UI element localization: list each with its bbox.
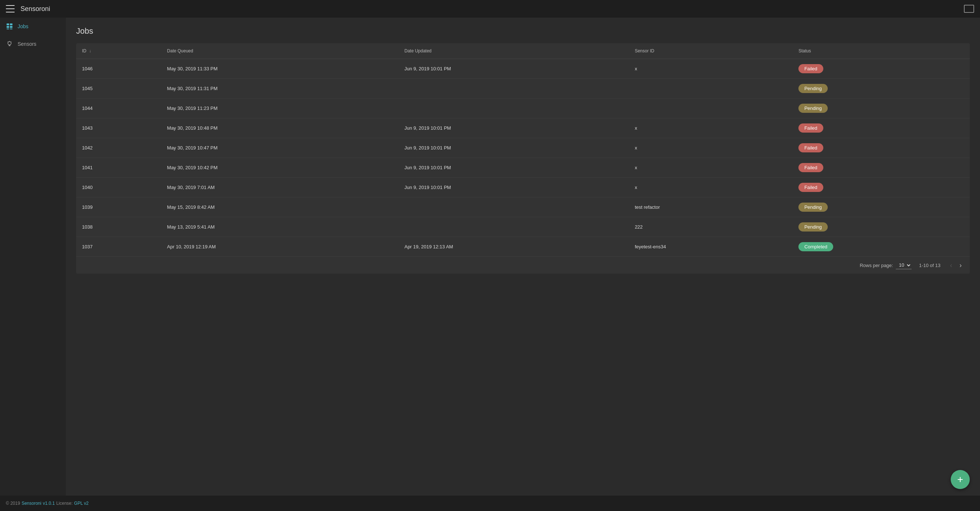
cell-date-updated: Apr 19, 2019 12:13 AM — [399, 237, 629, 257]
cell-date-updated: Jun 9, 2019 10:01 PM — [399, 59, 629, 79]
status-badge: Pending — [799, 203, 828, 212]
cell-date-updated — [399, 217, 629, 237]
footer-copyright: © 2019 — [6, 501, 20, 506]
sidebar-item-sensors[interactable]: Sensors — [0, 35, 66, 53]
table-row[interactable]: 1043 May 30, 2019 10:48 PM Jun 9, 2019 1… — [76, 118, 970, 138]
cell-sensor-id: x — [629, 158, 792, 178]
cell-date-queued: May 30, 2019 10:48 PM — [161, 118, 398, 138]
svg-rect-3 — [10, 26, 13, 28]
table-row[interactable]: 1044 May 30, 2019 11:23 PM Pending — [76, 99, 970, 118]
cell-date-updated: Jun 9, 2019 10:01 PM — [399, 118, 629, 138]
table-row[interactable]: 1041 May 30, 2019 10:42 PM Jun 9, 2019 1… — [76, 158, 970, 178]
table-row[interactable]: 1040 May 30, 2019 7:01 AM Jun 9, 2019 10… — [76, 178, 970, 198]
cell-id: 1044 — [76, 99, 161, 118]
cell-id: 1040 — [76, 178, 161, 198]
cell-sensor-id — [629, 79, 792, 99]
cell-date-updated — [399, 79, 629, 99]
footer-license-label: License: — [56, 501, 73, 506]
cell-date-updated: Jun 9, 2019 10:01 PM — [399, 158, 629, 178]
cell-status: Pending — [792, 198, 970, 217]
table-row[interactable]: 1045 May 30, 2019 11:31 PM Pending — [76, 79, 970, 99]
cell-status: Pending — [792, 217, 970, 237]
next-page-button[interactable]: › — [957, 261, 964, 269]
col-header-date-updated: Date Updated — [399, 43, 629, 59]
page-info: 1-10 of 13 — [919, 263, 940, 268]
cell-sensor-id: x — [629, 59, 792, 79]
svg-rect-1 — [10, 24, 13, 25]
cell-status: Pending — [792, 79, 970, 99]
cell-sensor-id: test refactor — [629, 198, 792, 217]
cell-id: 1039 — [76, 198, 161, 217]
cell-date-queued: May 30, 2019 10:47 PM — [161, 138, 398, 158]
cell-date-queued: May 15, 2019 8:42 AM — [161, 198, 398, 217]
table-row[interactable]: 1039 May 15, 2019 8:42 AM test refactor … — [76, 198, 970, 217]
cell-status: Failed — [792, 138, 970, 158]
status-badge: Failed — [799, 123, 823, 133]
status-badge: Completed — [799, 242, 833, 251]
cell-id: 1041 — [76, 158, 161, 178]
col-header-id[interactable]: ID ↓ — [76, 43, 161, 59]
cell-status: Failed — [792, 59, 970, 79]
main-content: Jobs ID ↓ Date Queued Date Updated Senso… — [66, 18, 980, 496]
table-row[interactable]: 1038 May 13, 2019 5:41 AM 222 Pending — [76, 217, 970, 237]
table-header: ID ↓ Date Queued Date Updated Sensor ID … — [76, 43, 970, 59]
prev-page-button[interactable]: ‹ — [948, 261, 955, 269]
cell-date-queued: May 30, 2019 10:42 PM — [161, 158, 398, 178]
status-badge: Pending — [799, 84, 828, 93]
status-badge: Pending — [799, 104, 828, 113]
status-badge: Failed — [799, 64, 823, 73]
window-icon[interactable] — [964, 5, 974, 13]
bulb-icon — [6, 40, 13, 48]
footer-license-link[interactable]: GPL v2 — [74, 501, 89, 506]
topbar: Sensoroni — [0, 0, 980, 18]
layout: Jobs Sensors Jobs — [0, 18, 980, 496]
cell-status: Failed — [792, 158, 970, 178]
cell-id: 1046 — [76, 59, 161, 79]
rows-per-page-label: Rows per page: — [859, 263, 893, 268]
col-header-date-queued: Date Queued — [161, 43, 398, 59]
cell-date-queued: Apr 10, 2019 12:19 AM — [161, 237, 398, 257]
table-row[interactable]: 1042 May 30, 2019 10:47 PM Jun 9, 2019 1… — [76, 138, 970, 158]
sidebar: Jobs Sensors — [0, 18, 66, 496]
svg-rect-0 — [6, 24, 9, 25]
cell-id: 1038 — [76, 217, 161, 237]
rows-per-page-control: Rows per page: 10 25 50 — [859, 261, 912, 269]
cell-sensor-id: x — [629, 178, 792, 198]
cell-id: 1043 — [76, 118, 161, 138]
sidebar-jobs-label: Jobs — [18, 24, 29, 29]
cell-date-queued: May 30, 2019 11:33 PM — [161, 59, 398, 79]
grid-icon — [6, 23, 13, 30]
add-fab-button[interactable]: + — [951, 470, 970, 489]
cell-date-updated — [399, 198, 629, 217]
cell-id: 1037 — [76, 237, 161, 257]
cell-status: Failed — [792, 178, 970, 198]
table-body: 1046 May 30, 2019 11:33 PM Jun 9, 2019 1… — [76, 59, 970, 257]
cell-date-updated: Jun 9, 2019 10:01 PM — [399, 178, 629, 198]
svg-rect-4 — [6, 29, 9, 29]
cell-date-queued: May 30, 2019 11:23 PM — [161, 99, 398, 118]
sidebar-item-jobs[interactable]: Jobs — [0, 18, 66, 35]
svg-rect-5 — [10, 29, 13, 29]
table-row[interactable]: 1037 Apr 10, 2019 12:19 AM Apr 19, 2019 … — [76, 237, 970, 257]
cell-status: Failed — [792, 118, 970, 138]
footer-version-link[interactable]: v1.0.1 — [43, 501, 55, 506]
cell-id: 1045 — [76, 79, 161, 99]
table-row[interactable]: 1046 May 30, 2019 11:33 PM Jun 9, 2019 1… — [76, 59, 970, 79]
cell-date-queued: May 30, 2019 11:31 PM — [161, 79, 398, 99]
cell-status: Completed — [792, 237, 970, 257]
rows-per-page-select[interactable]: 10 25 50 — [896, 261, 912, 269]
cell-date-updated: Jun 9, 2019 10:01 PM — [399, 138, 629, 158]
menu-icon[interactable] — [6, 5, 14, 13]
sidebar-sensors-label: Sensors — [18, 41, 36, 47]
jobs-table-container: ID ↓ Date Queued Date Updated Sensor ID … — [76, 43, 970, 274]
cell-id: 1042 — [76, 138, 161, 158]
footer-brand-link[interactable]: Sensoroni — [22, 501, 41, 506]
svg-rect-2 — [6, 26, 9, 28]
cell-status: Pending — [792, 99, 970, 118]
col-header-status: Status — [792, 43, 970, 59]
app-title: Sensoroni — [21, 5, 964, 13]
cell-sensor-id: x — [629, 118, 792, 138]
cell-sensor-id — [629, 99, 792, 118]
jobs-table: ID ↓ Date Queued Date Updated Sensor ID … — [76, 43, 970, 256]
pagination-nav: ‹ › — [948, 261, 964, 269]
